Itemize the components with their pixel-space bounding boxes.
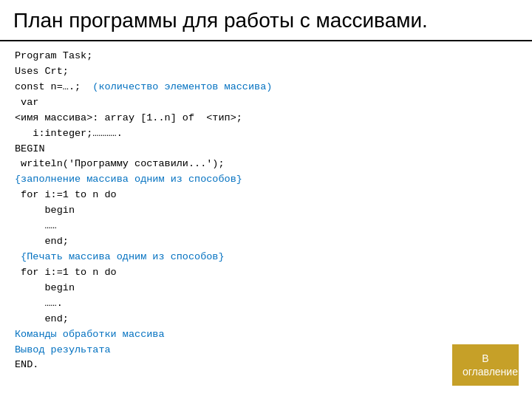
code-line-1: Program Task; [15,49,517,64]
code-line-11: begin [15,203,517,219]
code-line-16: begin [15,281,517,296]
code-line-20: Вывод результата [15,343,517,358]
code-line-4: var [15,95,517,111]
code-line-7: BEGIN [15,142,517,157]
code-line-6: i:integer;…………. [15,126,517,142]
comment-1: (количество элементов массива) [92,81,272,92]
code-line-17: ……. [15,296,517,312]
code-line-15: for i:=1 to n do [15,265,517,281]
code-line-13: end; [15,234,517,250]
code-content: Program Task; Uses Crt; const n=….; (кол… [0,41,532,399]
code-line-3: const n=….; (количество элементов массив… [15,80,517,95]
page-title: План программы для работы с массивами. [0,0,532,41]
code-line-5: <имя массива>: array [1..n] of <тип>; [15,111,517,126]
code-line-2: Uses Crt; [15,64,517,80]
code-line-12: …… [15,219,517,234]
page: План программы для работы с массивами. P… [0,0,532,399]
code-line-19: Команды обработки массива [15,327,517,343]
code-line-21: END. [15,358,517,373]
code-line-14: {Печать массива одним из способов} [15,250,517,265]
code-line-9: {заполнение массива одним из способов} [15,172,517,188]
toc-button[interactable]: В оглавление [452,344,519,386]
code-line-8: writeln('Программу составили...'); [15,157,517,172]
code-line-18: end; [15,312,517,327]
code-line-10: for i:=1 to n do [15,188,517,203]
